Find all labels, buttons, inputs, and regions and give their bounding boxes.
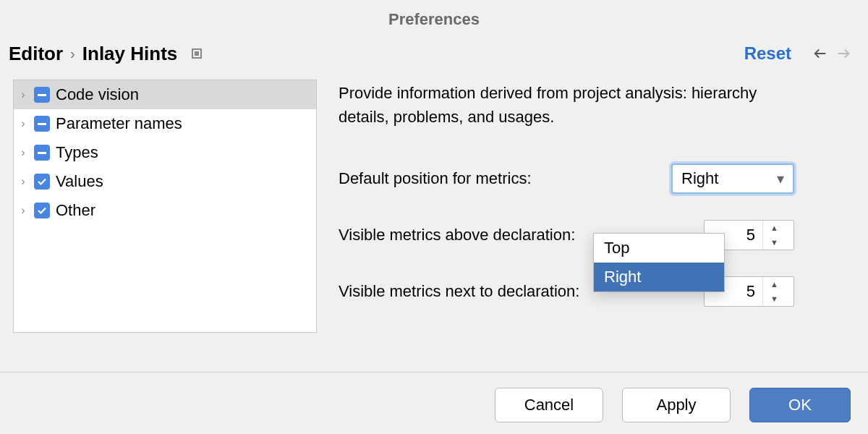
dropdown-option-right[interactable]: Right <box>594 263 724 292</box>
dropdown-option-top[interactable]: Top <box>594 234 724 263</box>
tree-item-values[interactable]: › Values <box>14 167 316 196</box>
default-position-select[interactable]: Right ▾ <box>671 163 794 194</box>
chevron-down-icon: ▾ <box>777 170 784 187</box>
visible-above-row: Visible metrics above declaration: ▲ ▼ <box>339 220 794 250</box>
chevron-right-icon[interactable]: › <box>18 146 28 159</box>
ok-button[interactable]: OK <box>749 388 851 422</box>
checkbox-indeterminate[interactable] <box>34 87 50 103</box>
checkbox-indeterminate[interactable] <box>34 116 50 132</box>
expand-settings-icon[interactable] <box>192 48 202 59</box>
detail-panel: Provide information derived from project… <box>339 80 855 333</box>
dialog-buttons: Cancel Apply OK <box>495 388 851 422</box>
default-position-dropdown[interactable]: Top Right <box>593 233 725 292</box>
spinner-up-button[interactable]: ▲ <box>763 277 786 292</box>
window-title: Preferences <box>0 0 868 35</box>
preferences-window: Preferences Editor › Inlay Hints Reset ›… <box>0 0 868 434</box>
hints-tree[interactable]: › Code vision › Parameter names › Types … <box>13 80 317 333</box>
reset-link[interactable]: Reset <box>744 43 791 64</box>
visible-next-row: Visible metrics next to declaration: ▲ ▼ <box>339 276 794 307</box>
chevron-right-icon[interactable]: › <box>18 88 28 101</box>
history-forward-button[interactable] <box>832 42 855 65</box>
breadcrumb-current: Inlay Hints <box>82 43 177 65</box>
spinner-down-button[interactable]: ▼ <box>763 292 786 306</box>
spinner-up-button[interactable]: ▲ <box>763 221 786 235</box>
tree-item-label: Values <box>56 172 103 191</box>
tree-item-types[interactable]: › Types <box>14 138 316 167</box>
tree-item-parameter-names[interactable]: › Parameter names <box>14 109 316 138</box>
select-value: Right <box>681 169 777 188</box>
checkbox-checked[interactable] <box>34 203 50 218</box>
tree-item-other[interactable]: › Other <box>14 196 316 225</box>
footer-separator <box>0 372 868 373</box>
chevron-right-icon[interactable]: › <box>18 204 28 217</box>
history-back-button[interactable] <box>809 42 832 65</box>
tree-item-label: Parameter names <box>56 114 182 133</box>
cancel-button[interactable]: Cancel <box>495 388 603 422</box>
checkbox-checked[interactable] <box>34 174 50 190</box>
spinner-down-button[interactable]: ▼ <box>763 235 786 250</box>
apply-button[interactable]: Apply <box>622 388 731 422</box>
panel-description: Provide information derived from project… <box>339 81 801 129</box>
chevron-right-icon[interactable]: › <box>18 117 28 130</box>
breadcrumb-row: Editor › Inlay Hints Reset <box>0 35 868 72</box>
default-position-label: Default position for metrics: <box>339 169 650 188</box>
breadcrumb-parent[interactable]: Editor <box>9 43 63 65</box>
default-position-row: Default position for metrics: Right ▾ <box>339 163 794 194</box>
tree-item-label: Other <box>56 201 95 220</box>
breadcrumb-separator: › <box>70 46 75 62</box>
tree-item-code-vision[interactable]: › Code vision <box>14 80 316 109</box>
chevron-right-icon[interactable]: › <box>18 175 28 188</box>
checkbox-indeterminate[interactable] <box>34 145 50 161</box>
tree-item-label: Types <box>56 143 98 162</box>
tree-item-label: Code vision <box>56 85 139 104</box>
